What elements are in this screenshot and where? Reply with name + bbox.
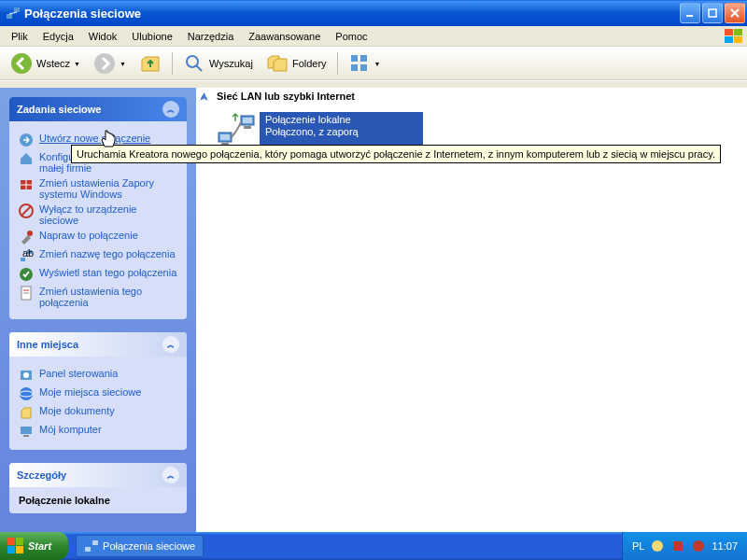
network-places-icon xyxy=(19,386,34,401)
up-button[interactable] xyxy=(134,51,166,76)
properties-icon xyxy=(19,286,34,301)
svg-point-34 xyxy=(23,372,29,378)
windows-flag-icon xyxy=(725,29,743,44)
svg-rect-9 xyxy=(725,36,733,43)
maximize-button[interactable] xyxy=(702,3,723,23)
start-button[interactable]: Start xyxy=(0,532,68,560)
control-panel-icon xyxy=(19,368,34,383)
chevron-down-icon: ▼ xyxy=(74,61,80,67)
computer-icon xyxy=(19,424,34,439)
tray-icon[interactable] xyxy=(691,539,706,553)
lan-connection-icon xyxy=(215,112,260,149)
svg-rect-1 xyxy=(14,7,20,12)
tray-icon[interactable] xyxy=(670,539,685,553)
menu-view[interactable]: Widok xyxy=(81,29,125,44)
chevron-down-icon: ▼ xyxy=(120,61,126,67)
svg-rect-52 xyxy=(673,541,683,551)
other-network-places[interactable]: Moje miejsca sieciowe xyxy=(19,386,177,401)
svg-rect-18 xyxy=(360,64,367,71)
system-tray: PL 11:07 xyxy=(622,532,747,560)
svg-rect-45 xyxy=(7,538,15,545)
windows-logo-icon xyxy=(7,538,24,554)
svg-line-24 xyxy=(21,206,31,216)
svg-rect-8 xyxy=(734,29,742,35)
svg-point-35 xyxy=(20,387,33,400)
svg-point-25 xyxy=(27,231,33,236)
status-icon xyxy=(19,267,34,282)
svg-rect-16 xyxy=(360,55,367,62)
collapse-icon: ︽ xyxy=(162,101,179,118)
svg-rect-7 xyxy=(725,29,733,35)
minimize-button[interactable] xyxy=(680,3,700,23)
svg-rect-37 xyxy=(21,427,32,434)
other-my-computer[interactable]: Mój komputer xyxy=(19,424,177,439)
disable-icon xyxy=(19,203,34,218)
search-icon xyxy=(183,52,205,75)
back-button[interactable]: Wstecz ▼ xyxy=(6,51,85,76)
language-indicator[interactable]: PL xyxy=(632,540,644,552)
svg-rect-47 xyxy=(7,546,15,553)
repair-icon xyxy=(19,230,34,245)
menu-tools[interactable]: Narzędzia xyxy=(180,29,242,44)
connection-name: Połączenie lokalne xyxy=(265,114,416,126)
window-title: Połączenia sieciowe xyxy=(24,7,680,21)
svg-rect-48 xyxy=(16,546,23,553)
menu-help[interactable]: Pomoc xyxy=(328,29,374,44)
folder-up-icon xyxy=(139,52,162,75)
forward-button[interactable]: ▼ xyxy=(89,51,131,76)
clock[interactable]: 11:07 xyxy=(712,540,738,552)
menu-advanced[interactable]: Zaawansowane xyxy=(241,29,328,44)
task-status[interactable]: Wyświetl stan tego połączenia xyxy=(19,267,177,282)
task-properties[interactable]: Zmień ustawienia tego połączenia xyxy=(19,286,177,308)
rename-icon: ab xyxy=(19,248,34,263)
svg-rect-0 xyxy=(7,14,12,19)
svg-rect-46 xyxy=(16,538,23,545)
firewall-icon xyxy=(19,177,34,192)
svg-rect-44 xyxy=(244,126,251,129)
taskbar-item[interactable]: Połączenia sieciowe xyxy=(76,535,204,557)
other-control-panel[interactable]: Panel sterowania xyxy=(19,368,177,383)
svg-rect-10 xyxy=(734,36,742,43)
other-places-header[interactable]: Inne miejsca ︽ xyxy=(9,332,187,357)
details-header[interactable]: Szczegóły ︽ xyxy=(9,463,187,487)
details-content: Połączenie lokalne xyxy=(9,487,187,513)
svg-line-14 xyxy=(196,65,202,71)
svg-rect-50 xyxy=(92,540,98,545)
views-button[interactable]: ▼ xyxy=(344,51,386,76)
svg-point-12 xyxy=(94,53,115,74)
task-rename[interactable]: abZmień nazwę tego połączenia xyxy=(19,248,177,263)
svg-line-2 xyxy=(9,12,17,14)
folders-button[interactable]: Foldery xyxy=(261,51,331,76)
forward-icon xyxy=(93,52,116,75)
task-repair[interactable]: Napraw to połączenie xyxy=(19,230,177,245)
svg-rect-15 xyxy=(351,55,358,62)
connection-status: Połączono, z zaporą xyxy=(265,126,416,138)
menu-edit[interactable]: Edycja xyxy=(35,29,81,44)
titlebar: Połączenia sieciowe xyxy=(0,0,747,26)
close-button[interactable] xyxy=(725,3,745,23)
svg-rect-49 xyxy=(85,547,91,552)
menu-favorites[interactable]: Ulubione xyxy=(124,29,179,44)
task-disable[interactable]: Wyłącz to urządzenie sieciowe xyxy=(19,203,177,226)
tasks-panel-header[interactable]: Zadania sieciowe ︽ xyxy=(9,97,187,121)
other-my-documents[interactable]: Moje dokumenty xyxy=(19,405,177,420)
collapse-icon: ︽ xyxy=(162,336,179,353)
network-connections-icon xyxy=(6,6,21,21)
svg-point-51 xyxy=(652,540,663,552)
tasks-panel: Zadania sieciowe ︽ Utwórz nowe połączeni… xyxy=(9,97,187,319)
home-network-icon xyxy=(19,151,34,166)
documents-icon xyxy=(19,405,34,420)
taskbar: Start Połączenia sieciowe PL 11:07 xyxy=(0,532,747,560)
svg-rect-40 xyxy=(220,134,230,140)
menu-file[interactable]: Plik xyxy=(4,29,35,44)
group-collapse-icon[interactable]: ⮝ xyxy=(198,90,211,103)
tray-icon[interactable] xyxy=(650,539,665,553)
svg-rect-43 xyxy=(243,118,252,123)
svg-text:ab: ab xyxy=(22,248,34,259)
connection-item[interactable]: Połączenie lokalne Połączono, z zaporą xyxy=(215,112,747,149)
search-button[interactable]: Wyszukaj xyxy=(178,51,258,76)
details-panel: Szczegóły ︽ Połączenie lokalne xyxy=(9,463,187,513)
other-places-panel: Inne miejsca ︽ Panel sterowania Moje mie… xyxy=(9,332,187,450)
task-firewall[interactable]: Zmień ustawienia Zapory systemu Windows xyxy=(19,177,177,200)
tooltip: Uruchamia Kreatora nowego połączenia, kt… xyxy=(71,145,721,163)
